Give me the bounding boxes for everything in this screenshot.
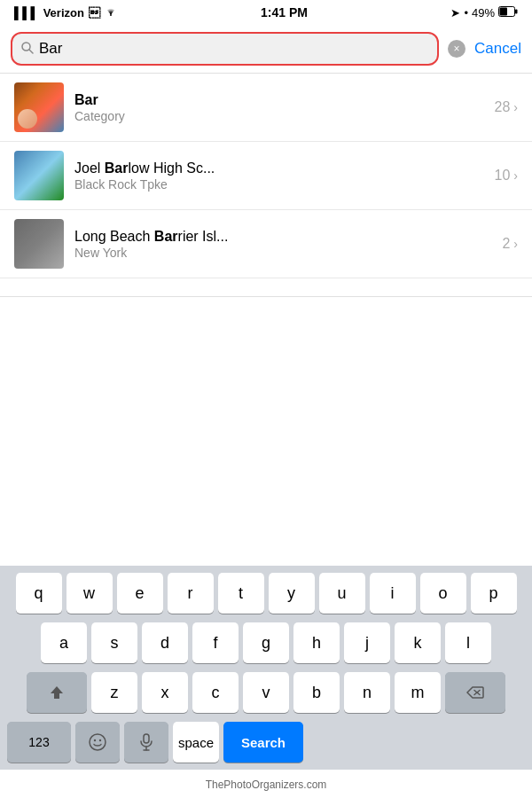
svg-line-5 [29, 50, 33, 53]
key-j[interactable]: j [344, 622, 390, 663]
result-count-1: 28 [495, 99, 511, 115]
result-thumb-2 [14, 151, 64, 200]
status-time: 1:41 PM [261, 5, 308, 20]
key-n[interactable]: n [344, 672, 390, 713]
key-z[interactable]: z [91, 672, 137, 713]
result-item-longbeach[interactable]: Long Beach Barrier Isl... New York 2 › [0, 210, 532, 278]
key-q[interactable]: q [16, 573, 62, 614]
result-info-2: Joel Barlow High Sc... Black Rock Tpke [74, 160, 484, 192]
footer-text: ThePhotoOrganizers.com [0, 778, 532, 791]
result-meta-2: 10 › [495, 168, 518, 184]
key-emoji[interactable] [75, 722, 120, 763]
result-count-3: 2 [502, 236, 510, 252]
result-thumb-1 [14, 82, 64, 132]
svg-marker-6 [51, 686, 63, 699]
key-v[interactable]: v [243, 672, 289, 713]
battery-icon [498, 6, 518, 20]
key-o[interactable]: o [420, 573, 466, 614]
signal-bars: ▌▌▌ [14, 6, 39, 20]
result-subtitle-3: New York [74, 246, 491, 260]
keyboard-row-1: q w e r t y u i o p [4, 573, 528, 614]
result-item-bar[interactable]: Bar Category 28 › [0, 74, 532, 142]
key-t[interactable]: t [218, 573, 264, 614]
svg-point-9 [90, 734, 106, 750]
status-icons: ➤ • 49% [450, 6, 518, 20]
key-u[interactable]: u [319, 573, 365, 614]
search-icon [21, 42, 34, 57]
key-f[interactable]: f [192, 622, 239, 663]
key-space[interactable]: space [173, 722, 219, 763]
result-meta-1: 28 › [495, 99, 518, 115]
key-e[interactable]: e [117, 573, 163, 614]
result-subtitle-2: Black Rock Tpke [74, 177, 484, 192]
key-p[interactable]: p [471, 573, 517, 614]
search-input-wrapper[interactable]: Bar [11, 32, 439, 66]
result-title-3: Long Beach Barrier Isl... [74, 229, 491, 245]
key-s[interactable]: s [91, 622, 137, 663]
key-k[interactable]: k [395, 622, 441, 663]
battery-percent: 49% [472, 6, 495, 20]
chevron-icon-1: › [513, 100, 518, 114]
keyboard: q w e r t y u i o p a s d f g h j k l z … [0, 566, 532, 770]
search-input[interactable]: Bar [39, 40, 428, 58]
search-button[interactable]: Search [223, 722, 303, 763]
keyboard-row-2: a s d f g h j k l [4, 622, 528, 663]
key-x[interactable]: x [142, 672, 188, 713]
result-info-3: Long Beach Barrier Isl... New York [74, 229, 491, 260]
divider [0, 296, 532, 297]
keyboard-bottom-row: 123 space Search [4, 722, 528, 763]
chevron-icon-2: › [513, 168, 518, 183]
result-count-2: 10 [495, 168, 511, 184]
key-b[interactable]: b [293, 672, 340, 713]
key-i[interactable]: i [370, 573, 416, 614]
svg-rect-3 [515, 9, 518, 13]
key-h[interactable]: h [293, 622, 340, 663]
keyboard-row-3: z x c v b n m [4, 672, 528, 713]
svg-rect-12 [144, 734, 149, 743]
chevron-icon-3: › [513, 237, 518, 251]
svg-point-11 [99, 739, 101, 741]
results-list: Bar Category 28 › Joel Barlow High Sc...… [0, 74, 532, 278]
key-a[interactable]: a [41, 622, 87, 663]
search-bar: Bar × Cancel [0, 25, 532, 74]
result-title-2: Joel Barlow High Sc... [74, 160, 484, 176]
key-d[interactable]: d [142, 622, 188, 663]
status-bar: ▌▌▌ Verizon  1:41 PM ➤ • 49% [0, 0, 532, 25]
result-info-1: Bar Category [74, 92, 484, 123]
key-microphone[interactable] [124, 722, 168, 763]
key-c[interactable]: c [192, 672, 239, 713]
cancel-button[interactable]: Cancel [474, 40, 521, 58]
key-m[interactable]: m [395, 672, 441, 713]
location-icon: ➤ [450, 6, 460, 20]
result-title-1: Bar [74, 92, 484, 108]
clear-icon: × [454, 43, 460, 55]
carrier-name: Verizon [43, 6, 84, 20]
result-item-joel[interactable]: Joel Barlow High Sc... Black Rock Tpke 1… [0, 142, 532, 210]
key-r[interactable]: r [168, 573, 214, 614]
key-w[interactable]: w [66, 573, 113, 614]
key-shift[interactable] [27, 672, 87, 713]
svg-rect-2 [500, 7, 508, 15]
result-subtitle-1: Category [74, 109, 484, 123]
svg-point-10 [94, 739, 96, 741]
key-backspace[interactable] [445, 672, 505, 713]
key-g[interactable]: g [243, 622, 289, 663]
bluetooth-icon: • [464, 6, 468, 20]
clear-button[interactable]: × [448, 40, 466, 58]
carrier-signal: ▌▌▌ Verizon  [14, 6, 118, 20]
wifi-icon:  [89, 6, 118, 20]
result-thumb-3 [14, 219, 64, 269]
key-y[interactable]: y [269, 573, 315, 614]
svg-point-0 [110, 14, 112, 16]
key-numbers[interactable]: 123 [7, 722, 71, 763]
key-l[interactable]: l [445, 622, 491, 663]
result-meta-3: 2 › [502, 236, 518, 252]
